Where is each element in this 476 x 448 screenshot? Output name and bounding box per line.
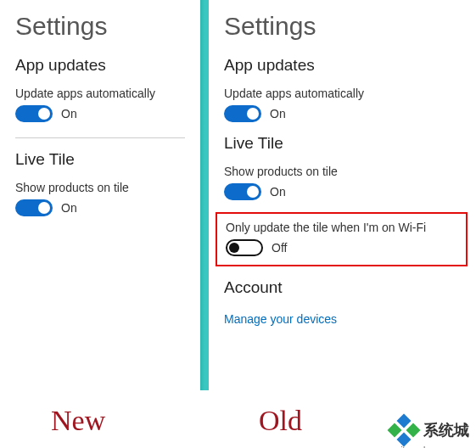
settings-panel-old: Settings App updates Update apps automat… (209, 0, 474, 390)
page-title: Settings (15, 12, 185, 41)
manage-devices-link[interactable]: Manage your devices (224, 312, 337, 326)
setting-label: Show products on tile (224, 165, 459, 178)
section-heading-account: Account (224, 278, 459, 297)
logo-text: 系统城 (423, 420, 469, 440)
toggle-state: On (270, 185, 286, 199)
toggle-row: On (15, 199, 185, 216)
setting-update-apps-automatically: Update apps automatically On (15, 87, 185, 122)
setting-show-products-on-tile: Show products on tile On (15, 181, 185, 216)
setting-label: Update apps automatically (224, 87, 459, 100)
setting-label: Show products on tile (15, 181, 185, 194)
label-new: New (51, 405, 105, 437)
section-heading-app-updates: App updates (15, 56, 185, 75)
setting-update-apps-automatically: Update apps automatically On (224, 87, 459, 122)
footer: New Old 系统城 xitongcheng.com (0, 394, 476, 448)
label-old: Old (259, 405, 302, 437)
toggle-state: On (270, 107, 286, 120)
setting-label: Only update the tile when I'm on Wi-Fi (226, 221, 457, 234)
section-divider (15, 137, 185, 138)
vertical-divider (200, 0, 209, 390)
comparison-page: Settings App updates Update apps automat… (0, 0, 476, 390)
toggle-row: On (15, 105, 185, 122)
toggle-show-products[interactable] (224, 183, 261, 200)
settings-panel-new: Settings App updates Update apps automat… (0, 0, 200, 390)
logo-icon (389, 416, 418, 445)
setting-show-products-on-tile: Show products on tile On (224, 165, 459, 200)
toggle-row: On (224, 105, 459, 122)
toggle-row: On (224, 183, 459, 200)
toggle-show-products[interactable] (15, 199, 53, 216)
watermark-logo: 系统城 xitongcheng.com (389, 416, 469, 445)
toggle-update-tile-wifi[interactable] (226, 239, 263, 256)
page-title: Settings (224, 12, 459, 41)
toggle-update-apps[interactable] (15, 105, 53, 122)
section-heading-live-tile: Live Tile (15, 150, 185, 169)
section-heading-live-tile: Live Tile (224, 134, 459, 153)
setting-update-tile-wifi: Only update the tile when I'm on Wi-Fi O… (226, 221, 457, 256)
highlighted-setting: Only update the tile when I'm on Wi-Fi O… (216, 212, 468, 266)
toggle-state: Off (272, 241, 287, 255)
toggle-state: On (61, 201, 77, 215)
setting-label: Update apps automatically (15, 87, 185, 100)
toggle-update-apps[interactable] (224, 105, 261, 122)
section-heading-app-updates: App updates (224, 56, 459, 75)
toggle-row: Off (226, 239, 457, 256)
toggle-state: On (61, 107, 77, 120)
